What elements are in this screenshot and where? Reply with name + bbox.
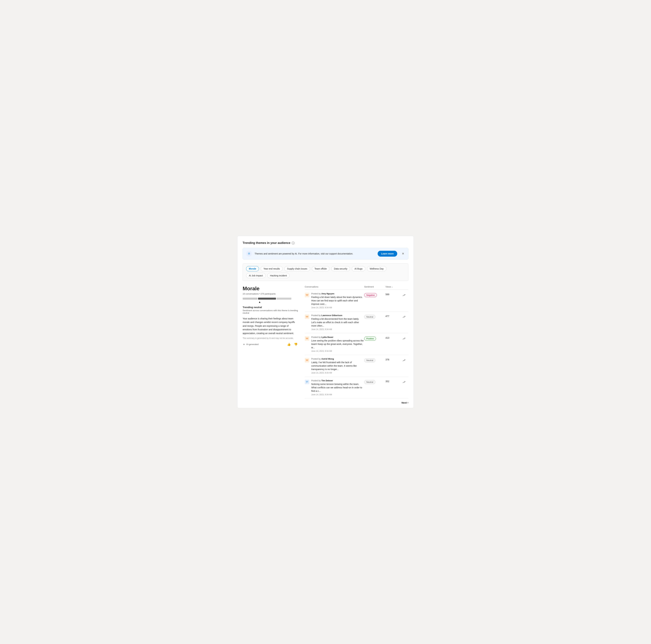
left-panel: Morale 15 conversations • 275 participan… bbox=[243, 285, 298, 404]
table-row: Posted by Amy Nguyen Feeling a bit down … bbox=[305, 290, 408, 311]
conv-actions bbox=[402, 336, 408, 341]
conv-author: Tim Deboer bbox=[321, 379, 333, 382]
theme-chip-morale[interactable]: Morale bbox=[246, 266, 259, 271]
conv-icon bbox=[305, 380, 309, 384]
conv-views: 413 bbox=[385, 337, 402, 339]
svg-rect-8 bbox=[306, 382, 307, 382]
svg-rect-5 bbox=[306, 359, 308, 361]
ai-banner-text: Themes and sentiment are powered by AI. … bbox=[255, 252, 375, 255]
conv-views: 352 bbox=[385, 380, 402, 382]
bar-indicator: ▲ bbox=[243, 301, 298, 304]
conv-poster: Posted by Lawrence Gilbertson bbox=[311, 314, 364, 316]
svg-rect-4 bbox=[306, 338, 308, 339]
header-sentiment: Sentiment bbox=[364, 285, 385, 288]
conv-views: 589 bbox=[385, 293, 402, 296]
conv-icon bbox=[305, 358, 309, 363]
svg-rect-2 bbox=[306, 294, 308, 296]
theme-description: Your audience is sharing their feelings … bbox=[243, 317, 298, 335]
svg-point-1 bbox=[249, 254, 249, 254]
conv-text: Noticing some tension brewing within the… bbox=[311, 382, 364, 393]
trend-button[interactable] bbox=[402, 315, 406, 320]
sentiment-badge: Neutral bbox=[364, 358, 375, 362]
trend-button[interactable] bbox=[402, 293, 406, 298]
table-row: Posted by Astrid Wong Lately, I've felt … bbox=[305, 355, 408, 377]
conv-sentiment: Neutral bbox=[364, 358, 385, 362]
conv-actions bbox=[402, 314, 408, 320]
learn-more-button[interactable]: Learn more bbox=[378, 251, 397, 256]
conv-author: Astrid Wong bbox=[321, 358, 334, 360]
theme-chip-team-offsite[interactable]: Team offsite bbox=[312, 266, 330, 271]
trend-button[interactable] bbox=[402, 358, 406, 363]
theme-chip-wellness-day[interactable]: Wellness Day bbox=[367, 266, 386, 271]
conv-actions bbox=[402, 293, 408, 298]
theme-chip-data-security[interactable]: Data security bbox=[331, 266, 350, 271]
ai-footer: AI-generated 👍 👎 bbox=[243, 342, 298, 347]
page-title-row: Trending themes in your audience i bbox=[243, 241, 408, 245]
conversations-list: Posted by Amy Nguyen Feeling a bit down … bbox=[305, 290, 408, 398]
thumbs-up-button[interactable]: 👍 bbox=[286, 342, 291, 347]
conv-actions bbox=[402, 379, 408, 385]
trending-sub: Sentiment across conversations with this… bbox=[243, 309, 298, 314]
theme-chip-year-end[interactable]: Year end results bbox=[260, 266, 283, 271]
info-icon[interactable]: i bbox=[292, 242, 294, 245]
trending-label: Trending neutral bbox=[243, 306, 298, 309]
ai-banner-icon bbox=[246, 251, 252, 256]
sentiment-badge: Neutral bbox=[364, 380, 375, 384]
svg-rect-3 bbox=[306, 316, 308, 318]
conv-poster: Posted by Lydia Bauer bbox=[311, 336, 364, 338]
theme-chip-ai-bugs[interactable]: AI Bugs bbox=[352, 266, 365, 271]
conv-body: Posted by Astrid Wong Lately, I've felt … bbox=[311, 358, 364, 374]
sentiment-bar bbox=[243, 298, 298, 300]
conv-body: Posted by Amy Nguyen Feeling a bit down … bbox=[311, 293, 364, 309]
sentiment-badge: Negative bbox=[364, 293, 377, 297]
conv-left: Posted by Lawrence Gilbertson Feeling a … bbox=[305, 314, 364, 331]
theme-name: Morale bbox=[243, 285, 298, 292]
conv-left: Posted by Tim Deboer Noticing some tensi… bbox=[305, 379, 364, 396]
table-header: Conversations Sentiment Views ↓ bbox=[305, 285, 408, 290]
close-banner-button[interactable]: ✕ bbox=[401, 251, 405, 256]
conv-text: Feeling a bit down lately about the team… bbox=[311, 296, 364, 306]
table-row: Posted by Lydia Bauer Love seeing the po… bbox=[305, 333, 408, 355]
main-content: Morale 15 conversations • 275 participan… bbox=[243, 285, 408, 404]
next-button[interactable]: Next › bbox=[401, 401, 408, 404]
conv-text: Love seeing the positive vibes spreading… bbox=[311, 339, 364, 349]
conv-date: June 14, 2023, 9:34 AM bbox=[311, 328, 364, 331]
conv-sentiment: Neutral bbox=[364, 314, 385, 319]
conv-date: June 14, 2023, 9:34 AM bbox=[311, 350, 364, 352]
conv-author: Lydia Bauer bbox=[321, 336, 333, 338]
ai-generated-label: AI-generated bbox=[246, 343, 258, 345]
trend-button[interactable] bbox=[402, 337, 406, 341]
bar-neutral bbox=[258, 298, 276, 300]
pagination: Next › bbox=[305, 401, 408, 404]
trend-button[interactable] bbox=[402, 380, 406, 385]
main-container: Trending themes in your audience i Theme… bbox=[237, 236, 414, 408]
themes-row: MoraleYear end resultsSupply chain issue… bbox=[243, 263, 408, 281]
theme-stats: 15 conversations • 275 participants bbox=[243, 293, 298, 295]
bar-negative bbox=[243, 298, 257, 300]
conv-text: Feeling a bit disconnected from the team… bbox=[311, 317, 364, 328]
conv-sentiment: Neutral bbox=[364, 379, 385, 384]
conv-body: Posted by Lydia Bauer Love seeing the po… bbox=[311, 336, 364, 352]
conv-body: Posted by Lawrence Gilbertson Feeling a … bbox=[311, 314, 364, 331]
thumbs-down-button[interactable]: 👎 bbox=[293, 342, 298, 347]
ai-banner: Themes and sentiment are powered by AI. … bbox=[243, 248, 408, 259]
header-conversations: Conversations bbox=[305, 285, 364, 288]
conv-poster: Posted by Astrid Wong bbox=[311, 358, 364, 360]
sentiment-badge: Positive bbox=[364, 337, 376, 341]
table-row: Posted by Lawrence Gilbertson Feeling a … bbox=[305, 311, 408, 333]
conv-views: 477 bbox=[385, 315, 402, 317]
conv-date: June 14, 2023, 9:34 AM bbox=[311, 393, 364, 396]
header-views[interactable]: Views ↓ bbox=[385, 285, 402, 288]
feedback-buttons: 👍 👎 bbox=[286, 342, 298, 347]
theme-chip-supply-chain[interactable]: Supply chain issues bbox=[284, 266, 310, 271]
table-row: Posted by Tim Deboer Noticing some tensi… bbox=[305, 377, 408, 398]
theme-chip-hacking-incident[interactable]: Hacking incident bbox=[267, 273, 290, 278]
conv-author: Lawrence Gilbertson bbox=[321, 314, 342, 316]
conv-date: June 14, 2023, 9:34 AM bbox=[311, 372, 364, 374]
conv-left: Posted by Lydia Bauer Love seeing the po… bbox=[305, 336, 364, 352]
conv-date: June 14, 2023, 9:34 AM bbox=[311, 306, 364, 309]
theme-chip-ai-job-impact[interactable]: AI Job Impact bbox=[246, 273, 266, 278]
svg-rect-7 bbox=[306, 381, 308, 382]
conv-sentiment: Positive bbox=[364, 336, 385, 341]
conv-poster: Posted by Tim Deboer bbox=[311, 379, 364, 382]
